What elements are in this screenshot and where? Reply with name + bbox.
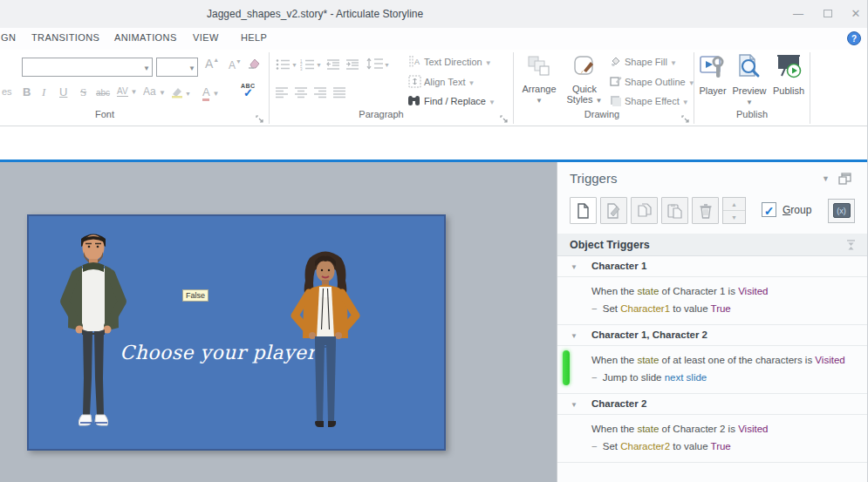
change-case-button[interactable]: Aa ▼ xyxy=(143,85,166,98)
svg-text:▼: ▼ xyxy=(185,91,190,97)
shape-effect-button[interactable]: Shape Effect ▼ xyxy=(625,96,689,106)
increase-indent-button[interactable] xyxy=(345,58,359,74)
chevron-down-icon[interactable]: ▼ xyxy=(571,332,578,340)
clear-formatting-icon[interactable] xyxy=(247,57,261,74)
justify-button[interactable] xyxy=(333,86,346,102)
paragraph-dialog-launcher-icon[interactable] xyxy=(500,112,509,120)
panel-menu-icon[interactable]: ▼ xyxy=(822,174,830,183)
selected-trigger-indicator xyxy=(563,350,570,385)
object-triggers-title: Object Triggers xyxy=(570,239,650,251)
tab-help[interactable]: HELP xyxy=(241,32,267,43)
align-center-button[interactable] xyxy=(295,86,308,102)
chevron-down-icon[interactable]: ▼ xyxy=(571,401,578,409)
triggers-panel-title: Triggers xyxy=(570,171,617,186)
trigger-condition: When the state of Character 2 is Visited xyxy=(591,423,861,436)
chevron-down-icon: ▼ xyxy=(188,64,195,72)
ribbon: es ▼ ▼ A▲ A▼ B I U S abc AV ▼ Aa ▼ ▼ A ▼… xyxy=(0,50,868,126)
paste-trigger-button[interactable] xyxy=(661,197,688,224)
tab-transitions[interactable]: TRANSITIONS xyxy=(31,32,99,43)
reorder-trigger-spinner[interactable]: ▲ ▼ xyxy=(722,197,746,224)
new-trigger-button[interactable] xyxy=(570,197,597,224)
font-dialog-launcher-icon[interactable] xyxy=(256,112,264,120)
copy-trigger-button[interactable] xyxy=(631,197,658,224)
shrink-font-button[interactable]: A▼ xyxy=(229,58,242,71)
align-left-button[interactable] xyxy=(276,86,289,102)
bold-button[interactable]: B xyxy=(23,85,31,98)
player-button[interactable]: Player xyxy=(696,53,729,96)
svg-text:▼: ▼ xyxy=(291,62,297,68)
preview-button[interactable]: Preview ▼ xyxy=(731,53,768,106)
arrange-button[interactable]: Arrange ▼ xyxy=(518,53,560,105)
find-replace-button[interactable]: Find / Replace ▼ xyxy=(424,96,496,106)
trigger-item[interactable]: When the state of Character 2 is Visited… xyxy=(557,415,868,463)
bullets-button[interactable]: ▼ xyxy=(276,58,297,74)
trigger-group-header-character-1-2[interactable]: ▼ Character 1, Character 2 xyxy=(557,325,868,346)
slide[interactable]: False Choose your player xyxy=(27,214,446,451)
move-up-icon[interactable]: ▲ xyxy=(723,198,745,211)
shape-outline-button[interactable]: Shape Outline ▼ xyxy=(625,77,695,87)
align-right-button[interactable] xyxy=(314,86,327,102)
slide-canvas[interactable]: False Choose your player xyxy=(0,162,557,482)
numbering-button[interactable]: 123▼ xyxy=(300,58,321,74)
help-icon[interactable]: ? xyxy=(847,31,861,45)
trigger-action: −Jump to slide next slide xyxy=(591,371,861,384)
group-checkbox[interactable]: ✓ xyxy=(762,202,776,217)
decrease-indent-button[interactable] xyxy=(326,58,340,74)
character-1-man[interactable] xyxy=(53,228,134,436)
quick-styles-button[interactable]: Quick Styles ▼ xyxy=(565,53,604,105)
grow-font-button[interactable]: A▲ xyxy=(205,57,219,71)
character-spacing-button[interactable]: AV ▼ xyxy=(117,86,137,96)
maximize-button[interactable] xyxy=(817,5,839,23)
ribbon-tab-row: GN TRANSITIONS ANIMATIONS VIEW HELP xyxy=(0,28,868,50)
arrange-icon xyxy=(526,71,552,81)
delete-trigger-button[interactable] xyxy=(692,197,719,224)
svg-text:A: A xyxy=(414,58,420,66)
edit-trigger-button[interactable] xyxy=(600,197,627,224)
text-direction-icon: A xyxy=(408,55,421,71)
tab-design-partial[interactable]: GN xyxy=(1,32,16,43)
float-panel-icon[interactable] xyxy=(838,173,851,188)
tab-animations[interactable]: ANIMATIONS xyxy=(114,32,177,43)
trigger-item-selected[interactable]: When the state of at least one of the ch… xyxy=(557,346,868,394)
group-checkbox-label[interactable]: Group xyxy=(783,204,811,216)
trigger-group-header-character-1[interactable]: ▼ Character 1 xyxy=(557,256,868,277)
drawing-dialog-launcher-icon[interactable] xyxy=(681,112,690,120)
trigger-group-header-character-2[interactable]: ▼ Character 2 xyxy=(557,394,868,415)
chevron-down-icon[interactable]: ▼ xyxy=(571,263,578,271)
triggers-panel: Triggers ▼ ▲ ▼ ✓ Group (x) Object Trigge… xyxy=(557,162,868,482)
minimize-button[interactable]: — xyxy=(787,5,810,23)
drawing-group-caption: Drawing xyxy=(558,109,646,119)
underline-button[interactable]: U xyxy=(59,85,67,98)
shape-fill-icon xyxy=(609,56,622,71)
maximize-icon xyxy=(824,10,832,17)
publish-group-caption: Publish xyxy=(708,109,796,119)
text-direction-button[interactable]: Text Direction ▼ xyxy=(424,57,492,67)
font-size-combobox[interactable]: ▼ xyxy=(156,58,198,77)
player-icon xyxy=(699,72,727,83)
font-color-button[interactable]: A ▼ xyxy=(202,85,220,98)
character-2-woman[interactable] xyxy=(288,249,363,432)
publish-button[interactable]: Publish xyxy=(769,53,808,96)
align-text-button[interactable]: Align Text ▼ xyxy=(424,77,475,87)
close-button[interactable]: ✕ xyxy=(844,5,867,23)
styles-partial-label: es xyxy=(2,86,12,97)
highlight-color-button[interactable]: ▼ xyxy=(171,86,190,102)
trigger-item[interactable]: When the state of Character 1 is Visited… xyxy=(557,277,868,325)
collapse-all-icon[interactable] xyxy=(845,239,857,255)
tab-view[interactable]: VIEW xyxy=(193,32,219,43)
copy-icon xyxy=(637,203,653,219)
publish-icon xyxy=(775,72,803,83)
align-text-icon xyxy=(408,75,421,92)
move-down-icon[interactable]: ▼ xyxy=(723,211,745,224)
variable-reference-textbox[interactable]: False xyxy=(182,289,208,302)
trigger-list: ▼ Character 1 When the state of Characte… xyxy=(557,256,868,463)
manage-variables-button[interactable]: (x) xyxy=(828,199,855,223)
line-spacing-button[interactable]: ▼ xyxy=(366,57,389,74)
font-name-combobox[interactable]: ▼ xyxy=(22,58,153,77)
shadow-button[interactable]: S xyxy=(80,85,86,99)
shape-fill-button[interactable]: Shape Fill ▼ xyxy=(625,57,677,67)
italic-button[interactable]: I xyxy=(42,85,45,99)
strikethrough-button[interactable]: abc xyxy=(96,88,110,98)
svg-text:3: 3 xyxy=(300,67,303,71)
spell-check-icon[interactable]: ABC ✓ xyxy=(241,83,256,99)
